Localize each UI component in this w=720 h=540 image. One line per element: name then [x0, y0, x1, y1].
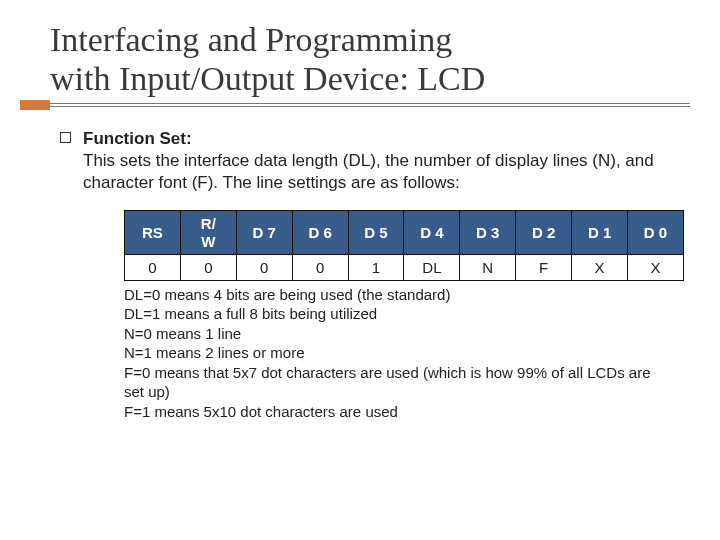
th: D 2 [516, 211, 572, 255]
slide-title-line2: with Input/Output Device: LCD [50, 59, 690, 98]
td: X [572, 254, 628, 280]
note-line: F=1 means 5x10 dot characters are used [124, 402, 670, 422]
table-header-row: RS R/ W D 7 D 6 D 5 D 4 D 3 D 2 D 1 D 0 [125, 211, 684, 255]
note-line: N=1 means 2 lines or more [124, 343, 670, 363]
td: 0 [125, 254, 181, 280]
th: D 5 [348, 211, 404, 255]
section-desc: This sets the interface data length (DL)… [83, 151, 654, 192]
td: DL [404, 254, 460, 280]
title-rule [20, 100, 690, 110]
note-line: F=0 means that 5x7 dot characters are us… [124, 363, 670, 402]
th: RS [125, 211, 181, 255]
rule-accent [20, 100, 50, 110]
rule-line [50, 103, 690, 107]
function-set-table: RS R/ W D 7 D 6 D 5 D 4 D 3 D 2 D 1 D 0 … [124, 210, 670, 281]
bullet-text: Function Set: This sets the interface da… [83, 128, 690, 194]
table-row: 0 0 0 0 1 DL N F X X [125, 254, 684, 280]
td: 0 [236, 254, 292, 280]
th: D 1 [572, 211, 628, 255]
td: 0 [180, 254, 236, 280]
td: X [628, 254, 684, 280]
note-line: DL=0 means 4 bits are being used (the st… [124, 285, 670, 305]
note-line: N=0 means 1 line [124, 324, 670, 344]
section-heading: Function Set: [83, 129, 192, 148]
note-line: DL=1 means a full 8 bits being utilized [124, 304, 670, 324]
bullet-item: Function Set: This sets the interface da… [60, 128, 690, 194]
th: D 6 [292, 211, 348, 255]
td: 0 [292, 254, 348, 280]
th: D 3 [460, 211, 516, 255]
th: R/ W [180, 211, 236, 255]
th: D 0 [628, 211, 684, 255]
body: Function Set: This sets the interface da… [60, 128, 690, 421]
square-bullet-icon [60, 132, 71, 143]
td: N [460, 254, 516, 280]
th: D 4 [404, 211, 460, 255]
th: D 7 [236, 211, 292, 255]
notes: DL=0 means 4 bits are being used (the st… [124, 285, 670, 422]
title-block: Interfacing and Programming with Input/O… [20, 20, 690, 110]
td: 1 [348, 254, 404, 280]
slide-title-line1: Interfacing and Programming [50, 20, 690, 59]
td: F [516, 254, 572, 280]
